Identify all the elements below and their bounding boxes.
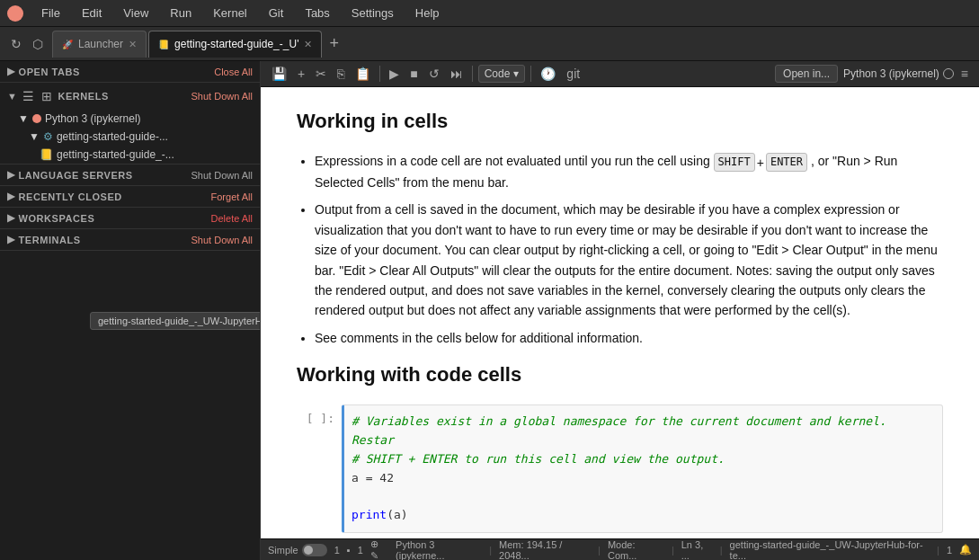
- cell-1-label: [ ]:: [297, 404, 342, 533]
- bullet-3: See comments in the cells below for addi…: [315, 328, 943, 348]
- git-button[interactable]: git: [563, 65, 583, 83]
- code-cell-1[interactable]: [ ]: # Variables exist in a global names…: [297, 404, 943, 533]
- menu-kernel[interactable]: Kernel: [209, 4, 251, 22]
- history-button[interactable]: 🕐: [537, 65, 559, 83]
- bullet-2: Output from a cell is saved in the docum…: [315, 200, 943, 320]
- add-tab-button[interactable]: +: [324, 34, 344, 53]
- close-all-button[interactable]: Close All: [214, 67, 253, 77]
- status-line-count: 1: [334, 545, 340, 556]
- file-tooltip: getting-started-guide_-_UW-JupyterHub-fo…: [90, 312, 261, 330]
- status-icons: ⊕ ✎: [370, 538, 388, 561]
- status-sep-1: |: [489, 545, 492, 556]
- paste-button[interactable]: 📋: [352, 65, 374, 83]
- tab-launcher[interactable]: 🚀 Launcher ✕: [52, 31, 147, 58]
- kernels-list-icon[interactable]: ☰: [21, 87, 36, 105]
- tab-getting-started[interactable]: 📒 getting-started-guide_-_U' ✕: [148, 31, 322, 58]
- cell-1-line-4: [352, 487, 935, 506]
- status-notifications: 1: [947, 545, 952, 556]
- fastforward-button[interactable]: ⏭: [447, 65, 467, 83]
- cell-type-selector[interactable]: Code ▾: [478, 65, 526, 83]
- terminals-shutdown-all[interactable]: Shut Down All: [191, 235, 253, 245]
- menu-help[interactable]: Help: [412, 4, 443, 22]
- simple-mode-toggle[interactable]: Simple: [268, 544, 327, 556]
- language-servers-title: ▶ LANGUAGE SERVERS: [7, 169, 133, 181]
- run-button[interactable]: ▶: [386, 65, 403, 83]
- ls-shutdown-all[interactable]: Shut Down All: [191, 170, 253, 181]
- open-in-button[interactable]: Open in...: [775, 65, 838, 83]
- kernels-grid-icon[interactable]: ⊞: [40, 87, 54, 105]
- status-right: Python 3 (ipykerne... | Mem: 194.15 / 20…: [396, 539, 972, 561]
- ws-arrow: ▶: [7, 212, 15, 224]
- menu-git[interactable]: Git: [265, 4, 288, 22]
- language-servers-header[interactable]: ▶ LANGUAGE SERVERS Shut Down All: [0, 164, 260, 185]
- launcher-tab-close[interactable]: ✕: [129, 39, 137, 50]
- status-col-indicator: ▪: [347, 545, 351, 556]
- cell-1-line-2: # SHIFT + ENTER to run this cell and vie…: [352, 450, 935, 469]
- notebook-content: Working in cells Expressions in a code c…: [261, 87, 979, 538]
- cell-1-code[interactable]: # Variables exist in a global namespace …: [342, 404, 943, 533]
- notebook-tab-label: getting-started-guide_-_U': [174, 38, 298, 50]
- menu-bar: File Edit View Run Kernel Git Tabs Setti…: [0, 0, 979, 27]
- toolbar-sep-3: [530, 66, 531, 82]
- menu-file[interactable]: File: [38, 4, 64, 22]
- restart-button[interactable]: ↺: [425, 65, 443, 83]
- file-nb-icon: 📒: [40, 148, 53, 161]
- kernels-arrow: ▼: [7, 91, 17, 102]
- tab-popout-btn[interactable]: ⬡: [29, 35, 47, 53]
- bell-icon[interactable]: 🔔: [959, 544, 972, 556]
- file-1-label: getting-started-guide_-...: [57, 148, 253, 161]
- open-tabs-arrow: ▶: [7, 66, 15, 77]
- kernel-item-python3[interactable]: ▼ Python 3 (ipykernel): [0, 110, 260, 128]
- stop-button[interactable]: ■: [406, 65, 421, 83]
- simple-label: Simple: [268, 545, 298, 556]
- kernel-menu-button[interactable]: ≡: [957, 65, 972, 83]
- cut-button[interactable]: ✂: [312, 65, 330, 83]
- menu-tabs[interactable]: Tabs: [301, 4, 333, 22]
- cell-1-line-1: # Variables exist in a global namespace …: [352, 413, 935, 450]
- notebook-area: 💾 + ✂ ⎘ 📋 ▶ ■ ↺ ⏭ Code ▾ 🕐 git Op: [261, 61, 979, 560]
- terminals-header[interactable]: ▶ TERMINALS Shut Down All: [0, 229, 260, 250]
- tab-refresh-btn[interactable]: ↻: [7, 35, 25, 53]
- kernels-shutdown-all[interactable]: Shut Down All: [191, 91, 253, 102]
- tab-bar: ↻ ⬡ 🚀 Launcher ✕ 📒 getting-started-guide…: [0, 27, 979, 61]
- simple-toggle-switch[interactable]: [302, 544, 327, 556]
- copy-button[interactable]: ⎘: [334, 65, 348, 83]
- recently-closed-section: ▶ RECENTLY CLOSED Forget All: [0, 186, 260, 208]
- kernel-name-label: Python 3 (ipykernel): [45, 112, 253, 125]
- notebook-toolbar: 💾 + ✂ ⎘ 📋 ▶ ■ ↺ ⏭ Code ▾ 🕐 git Op: [261, 61, 979, 87]
- kernels-title: ▼ ☰ ⊞ KERNELS: [7, 87, 109, 105]
- notebook-item-1[interactable]: ▼ ⚙ getting-started-guide-...: [0, 128, 260, 146]
- toolbar-right: Open in... Python 3 (ipykernel) ≡: [775, 65, 972, 83]
- app-icon: [7, 5, 23, 22]
- menu-view[interactable]: View: [120, 4, 152, 22]
- status-sep-2: |: [598, 545, 601, 556]
- workspaces-title: ▶ WORKSPACES: [7, 212, 94, 224]
- kernel-expand-arrow: ▼: [18, 112, 29, 125]
- notebook-bullet-list: Expressions in a code cell are not evalu…: [315, 151, 943, 348]
- status-sep-3: |: [672, 545, 674, 556]
- open-tabs-section: ▶ OPEN TABS Close All: [0, 61, 260, 83]
- save-button[interactable]: 💾: [268, 65, 290, 83]
- toolbar-sep-1: [379, 66, 380, 82]
- enter-key: ENTER: [766, 153, 807, 172]
- workspaces-header[interactable]: ▶ WORKSPACES Delete All: [0, 208, 260, 228]
- kernels-header[interactable]: ▼ ☰ ⊞ KERNELS Shut Down All: [0, 83, 260, 110]
- open-tabs-header[interactable]: ▶ OPEN TABS Close All: [0, 61, 260, 82]
- delete-all-button[interactable]: Delete All: [211, 213, 253, 224]
- recently-closed-header[interactable]: ▶ RECENTLY CLOSED Forget All: [0, 186, 260, 207]
- kernel-status-area: Python 3 (ipykernel) ≡: [843, 65, 972, 83]
- menu-edit[interactable]: Edit: [78, 4, 105, 22]
- menu-run[interactable]: Run: [166, 4, 195, 22]
- ls-arrow: ▶: [7, 169, 15, 181]
- forget-all-button[interactable]: Forget All: [211, 191, 253, 202]
- main-area: ▶ OPEN TABS Close All ▼ ☰ ⊞ KERNELS Shut…: [0, 61, 979, 560]
- shortcut-shift-enter: SHIFT + ENTER: [714, 153, 807, 173]
- kernel-status-dot: [32, 114, 41, 123]
- file-item-1[interactable]: 📒 getting-started-guide_-... getting-sta…: [0, 146, 260, 164]
- launcher-tab-icon: 🚀: [62, 40, 73, 49]
- status-kernel-name: Python 3 (ipykerne...: [396, 539, 482, 561]
- notebook-tab-close[interactable]: ✕: [304, 39, 312, 50]
- status-mode: Mode: Com...: [608, 539, 664, 561]
- menu-settings[interactable]: Settings: [348, 4, 397, 22]
- add-cell-button[interactable]: +: [294, 65, 308, 83]
